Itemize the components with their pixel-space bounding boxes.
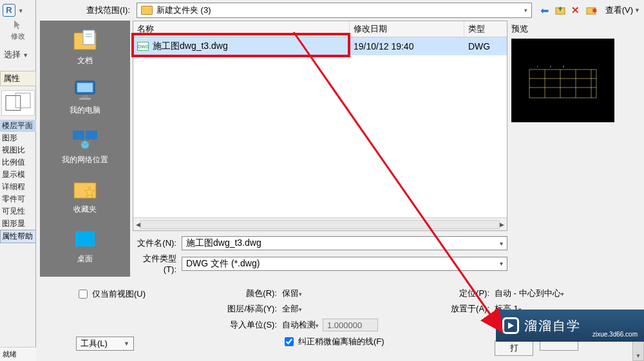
place-label: 桌面 bbox=[77, 254, 93, 264]
svg-rect-11 bbox=[82, 95, 88, 98]
preview-image: 123 bbox=[511, 39, 614, 122]
property-row[interactable]: 图形 bbox=[0, 132, 36, 144]
place-label: 我的网络位置 bbox=[62, 154, 108, 165]
property-row[interactable]: 显示模 bbox=[0, 169, 36, 181]
arrow-tool[interactable]: 修改 bbox=[5, 17, 31, 42]
modify-label: 修改 bbox=[11, 32, 25, 41]
svg-rect-13 bbox=[73, 131, 84, 140]
only-current-view-checkbox[interactable]: 仅当前视图(U) bbox=[76, 288, 146, 301]
back-button[interactable]: ⬅ bbox=[538, 4, 551, 17]
col-name[interactable]: 名称 bbox=[133, 21, 350, 37]
folder-icon bbox=[141, 6, 153, 15]
file-row[interactable]: DWG施工图dwg_t3.dwg19/10/12 19:40DWG bbox=[133, 37, 507, 55]
correct-axis-checkbox[interactable]: 纠正稍微偏离轴的线(F) bbox=[282, 335, 384, 348]
place-item-pc[interactable]: 我的电脑 bbox=[40, 78, 130, 116]
new-folder-button[interactable]: ✱ bbox=[585, 4, 598, 17]
place-label: 收藏夹 bbox=[73, 204, 97, 215]
unit-dropdown[interactable]: 自动检测▾ bbox=[282, 319, 319, 331]
col-type[interactable]: 类型 bbox=[464, 21, 490, 37]
filename-label: 文件名(N): bbox=[133, 237, 182, 249]
chevron-down-icon: ▾ bbox=[524, 7, 527, 14]
property-thumbnail[interactable] bbox=[1, 90, 35, 116]
property-row[interactable]: 详细程 bbox=[0, 181, 36, 193]
lib-icon bbox=[70, 276, 100, 277]
place-item-lib[interactable]: Metric Lib... bbox=[40, 276, 130, 277]
delete-button[interactable]: ✕ bbox=[569, 4, 582, 17]
unit-scale-input: 1.000000 bbox=[323, 319, 378, 331]
docs-icon bbox=[70, 28, 100, 53]
file-type: DWG bbox=[464, 39, 494, 53]
network-icon bbox=[70, 127, 100, 152]
property-help-link[interactable]: 属性帮助 bbox=[0, 230, 36, 243]
svg-rect-10 bbox=[77, 83, 93, 92]
select-label-row[interactable]: 选择 ▼ bbox=[0, 49, 36, 60]
layer-label: 图层/标高(Y): bbox=[166, 303, 282, 315]
property-row[interactable]: 图形显 bbox=[0, 218, 36, 230]
dwg-file-icon: DWG bbox=[137, 42, 149, 51]
place-item-fav[interactable]: 收藏夹 bbox=[40, 177, 130, 215]
filename-input[interactable]: 施工图dwg_t3.dwg▾ bbox=[182, 236, 507, 250]
place-label: 放置于(A): bbox=[424, 303, 495, 315]
place-item-docs[interactable]: 文档 bbox=[40, 28, 130, 66]
file-open-dialog: 查找范围(I): 新建文件夹 (3) ▾ ⬅ ✕ ✱ 查看(V) ▼ bbox=[36, 0, 644, 361]
layer-dropdown[interactable]: 全部▾ bbox=[282, 303, 302, 315]
color-label: 颜色(R): bbox=[166, 288, 282, 299]
watermark-banner: 溜溜自学 zixue.3d66.com bbox=[496, 310, 644, 342]
file-list-area[interactable]: 名称 修改日期 类型 DWG施工图dwg_t3.dwg19/10/12 19:4… bbox=[133, 21, 507, 231]
position-dropdown[interactable]: 自动 - 中心到中心▾ bbox=[495, 288, 623, 299]
svg-rect-22 bbox=[511, 39, 614, 122]
horizontal-scrollbar[interactable]: ◀▶ bbox=[133, 218, 507, 230]
filetype-dropdown[interactable]: DWG 文件 (*.dwg)▾ bbox=[182, 257, 507, 271]
svg-rect-12 bbox=[79, 98, 91, 100]
folder-name: 新建文件夹 (3) bbox=[156, 5, 211, 16]
dropdown-icon: ▼ bbox=[18, 8, 24, 14]
file-list-header[interactable]: 名称 修改日期 类型 bbox=[133, 21, 507, 37]
play-icon bbox=[502, 317, 519, 334]
property-row[interactable]: 视图比 bbox=[0, 144, 36, 156]
property-row[interactable]: 楼层平面 bbox=[0, 120, 36, 132]
status-ready: 就绪 bbox=[0, 347, 36, 361]
svg-rect-14 bbox=[86, 131, 97, 140]
tools-dropdown[interactable]: 工具(L)▼ bbox=[76, 337, 134, 351]
property-row[interactable]: 零件可 bbox=[0, 193, 36, 205]
place-label: 我的电脑 bbox=[70, 105, 100, 116]
col-date[interactable]: 修改日期 bbox=[350, 21, 464, 37]
left-panel: R ▼ 修改 选择 ▼ 属性 楼层平面图形视图比比例值显示模详细程零件可可见性图… bbox=[0, 0, 36, 361]
svg-rect-6 bbox=[83, 30, 95, 44]
open-button[interactable]: 打 bbox=[495, 340, 533, 356]
unit-label: 导入单位(S): bbox=[166, 319, 282, 331]
place-label: 文档 bbox=[77, 55, 93, 66]
svg-text:✱: ✱ bbox=[592, 7, 597, 14]
place-item-desktop[interactable]: 桌面 bbox=[40, 227, 130, 264]
desktop-icon bbox=[70, 227, 100, 251]
fav-icon bbox=[70, 177, 100, 201]
properties-header: 属性 bbox=[0, 71, 36, 86]
range-label: 查找范围(I): bbox=[40, 5, 137, 16]
preview-label: 预览 bbox=[511, 23, 636, 35]
file-date: 19/10/12 19:40 bbox=[350, 39, 464, 53]
places-pane[interactable]: 文档我的电脑我的网络位置收藏夹桌面Metric Lib... bbox=[40, 21, 130, 277]
property-row[interactable]: 比例值 bbox=[0, 156, 36, 169]
svg-rect-20 bbox=[75, 231, 95, 246]
file-name: 施工图dwg_t3.dwg bbox=[153, 41, 228, 52]
properties-list[interactable]: 楼层平面图形视图比比例值显示模详细程零件可可见性图形显 bbox=[0, 120, 36, 230]
filetype-label: 文件类型(T): bbox=[133, 253, 182, 274]
place-item-network[interactable]: 我的网络位置 bbox=[40, 127, 130, 165]
property-row[interactable]: 可见性 bbox=[0, 205, 36, 218]
folder-dropdown[interactable]: 新建文件夹 (3) ▾ bbox=[137, 3, 532, 18]
pc-icon bbox=[70, 78, 100, 102]
color-dropdown[interactable]: 保留▾ bbox=[282, 288, 302, 299]
svg-marker-33 bbox=[508, 322, 514, 329]
revit-icon: R bbox=[3, 4, 15, 17]
view-dropdown[interactable]: 查看(V) ▼ bbox=[605, 5, 640, 16]
up-button[interactable] bbox=[554, 4, 567, 17]
position-label: 定位(P): bbox=[424, 288, 495, 299]
preview-pane: 预览 123 bbox=[507, 21, 640, 277]
